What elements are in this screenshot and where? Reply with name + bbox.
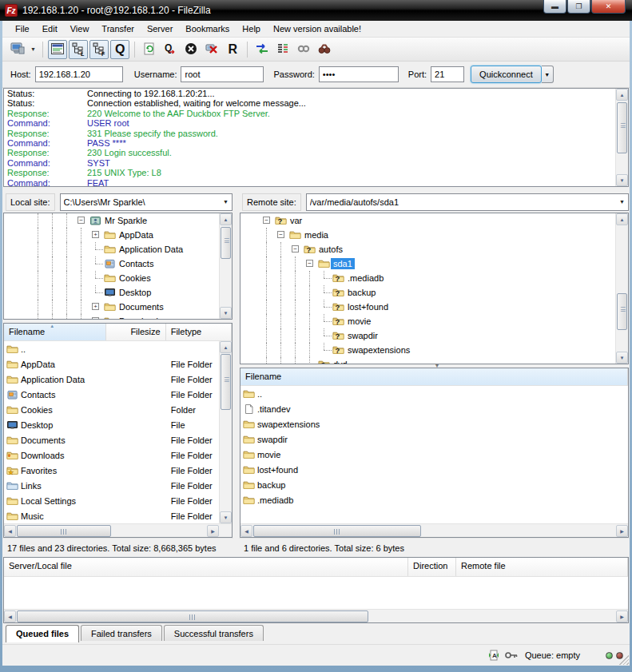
tab-successful-transfers[interactable]: Successful transfers [164, 625, 264, 641]
menu-item-help[interactable]: Help [236, 22, 267, 35]
scrollbar-thumb[interactable] [253, 525, 421, 537]
queue-column-remote-file[interactable]: Remote file [456, 558, 628, 576]
file-row-movie[interactable]: movie [240, 447, 628, 462]
file-row--[interactable]: .. [240, 386, 628, 401]
close-button[interactable]: ✕ [591, 0, 626, 14]
tree-item-lost-found[interactable]: ?lost+found [240, 300, 628, 314]
file-row-backup[interactable]: backup [240, 477, 628, 492]
file-row-favorites[interactable]: ★FavoritesFile Folder [4, 463, 232, 478]
password-input[interactable] [319, 66, 399, 82]
file-row--[interactable]: .. [4, 341, 232, 356]
tree-item-swapdir[interactable]: ?swapdir [240, 328, 628, 343]
directory-comparison-button[interactable] [252, 40, 272, 59]
scroll-down-icon[interactable]: ▼ [220, 511, 232, 523]
scroll-right-icon[interactable]: ▶ [616, 610, 628, 622]
local-tree-scrollbar[interactable]: ▲ ▼ [219, 213, 232, 319]
tree-item-swapextensions[interactable]: ?swapextensions [240, 343, 628, 357]
collapse-icon[interactable]: − [306, 260, 313, 267]
tree-item-backup[interactable]: ?backup [240, 285, 628, 300]
tab-failed-transfers[interactable]: Failed transfers [81, 625, 162, 641]
file-row-local-settings[interactable]: Local SettingsFile Folder [4, 493, 232, 508]
file-row-links[interactable]: LinksFile Folder [4, 478, 232, 493]
tree-item--mediadb[interactable]: ?.mediadb [240, 271, 628, 285]
tree-item-var[interactable]: −?var [240, 213, 628, 228]
scroll-right-icon[interactable]: ▶ [207, 525, 219, 537]
tree-item-appdata[interactable]: +AppData [4, 228, 232, 242]
scroll-left-icon[interactable]: ◀ [4, 610, 16, 622]
scroll-left-icon[interactable]: ◀ [240, 525, 252, 537]
toggle-log-button[interactable] [48, 40, 67, 59]
tree-item-autofs[interactable]: −?autofs [240, 242, 628, 256]
reconnect-button[interactable]: R [223, 40, 242, 59]
file-row-contacts[interactable]: ContactsFile Folder [4, 387, 232, 402]
scroll-up-icon[interactable]: ▲ [220, 213, 232, 225]
tree-item-contacts[interactable]: Contacts [4, 256, 232, 271]
site-manager-button[interactable] [8, 40, 27, 59]
scrollbar-thumb[interactable] [617, 293, 627, 330]
file-row-lost-found[interactable]: lost+found [240, 462, 628, 477]
tree-item-sda1[interactable]: −sda1 [240, 256, 628, 271]
column-header-filetype[interactable]: Filetype [166, 324, 232, 340]
file-row-cookies[interactable]: CookiesFolder [4, 402, 232, 417]
disconnect-button[interactable] [202, 40, 221, 59]
tab-queued-files[interactable]: Queued files [6, 625, 79, 642]
tree-item-cookies[interactable]: Cookies [4, 271, 232, 285]
scrollbar-thumb[interactable] [617, 102, 627, 153]
file-row-appdata[interactable]: AppDataFile Folder [4, 356, 232, 372]
site-manager-dropdown[interactable]: ▼ [28, 40, 38, 59]
scroll-up-icon[interactable]: ▲ [220, 341, 232, 353]
column-header-filesize[interactable]: Filesize [106, 324, 166, 340]
username-input[interactable] [181, 66, 264, 82]
chevron-down-icon[interactable]: ▼ [223, 199, 229, 205]
menu-item-transfer[interactable]: Transfer [95, 22, 141, 35]
pane-splitter[interactable] [233, 191, 239, 557]
expand-icon[interactable]: + [92, 303, 99, 310]
local-list-hscrollbar[interactable]: ◀ ▶ [4, 523, 232, 537]
scroll-up-icon[interactable]: ▲ [616, 89, 628, 101]
queue-column-direction[interactable]: Direction [408, 558, 456, 576]
host-input[interactable] [35, 66, 123, 82]
queue-hscrollbar[interactable]: ◀ ▶ [4, 609, 628, 622]
local-list-scrollbar[interactable]: ▲ ▼ [219, 341, 232, 523]
menu-item-view[interactable]: View [64, 22, 96, 35]
scroll-right-icon[interactable]: ▶ [616, 525, 628, 537]
menu-item-server[interactable]: Server [141, 22, 179, 35]
column-header-filename[interactable]: Filename [240, 368, 628, 385]
resize-grip[interactable] [619, 655, 629, 665]
file-row-application-data[interactable]: Application DataFile Folder [4, 372, 232, 387]
collapse-icon[interactable]: − [263, 217, 270, 224]
find-files-button[interactable] [315, 40, 334, 59]
toggle-queue-button[interactable]: Q [110, 40, 129, 59]
scroll-left-icon[interactable]: ◀ [4, 525, 16, 537]
quickconnect-button[interactable]: Quickconnect [471, 66, 542, 83]
queue-column-server-local-file[interactable]: Server/Local file [4, 558, 408, 576]
scrollbar-thumb[interactable] [17, 610, 368, 622]
menu-item-edit[interactable]: Edit [36, 22, 64, 35]
scroll-down-icon[interactable]: ▼ [616, 352, 628, 364]
cancel-button[interactable] [181, 40, 201, 59]
tree-item-media[interactable]: −media [240, 228, 628, 242]
minimize-button[interactable]: ▬ [543, 0, 566, 14]
file-row--mediadb[interactable]: .mediadb [240, 492, 628, 507]
expand-icon[interactable]: + [92, 231, 99, 238]
sync-browsing-button[interactable] [273, 40, 292, 59]
scroll-down-icon[interactable]: ▼ [616, 174, 628, 186]
collapse-icon[interactable]: − [292, 245, 299, 252]
port-input[interactable] [431, 66, 464, 82]
file-row-music[interactable]: MusicFile Folder [4, 508, 232, 523]
refresh-button[interactable] [140, 40, 159, 59]
scrollbar-thumb[interactable] [221, 354, 231, 410]
collapse-icon[interactable]: − [277, 231, 284, 238]
file-row-downloads[interactable]: DownloadsFile Folder [4, 447, 232, 463]
log-scrollbar[interactable]: ▲ ▼ [615, 89, 628, 186]
remote-site-combo[interactable]: /var/media/autofs/sda1 ▼ [306, 193, 629, 211]
local-site-combo[interactable]: C:\Users\Mr Sparkle\ ▼ [60, 193, 233, 211]
tree-item-application-data[interactable]: Application Data [4, 242, 232, 256]
file-row-swapextensions[interactable]: swapextensions [240, 416, 628, 431]
process-queue-button[interactable]: Q [161, 40, 180, 59]
file-row-desktop[interactable]: DesktopFile [4, 417, 232, 432]
scroll-down-icon[interactable]: ▼ [220, 307, 232, 319]
tree-item-desktop[interactable]: Desktop [4, 285, 232, 300]
chevron-down-icon[interactable]: ▼ [619, 199, 625, 205]
filters-button[interactable] [294, 40, 313, 59]
